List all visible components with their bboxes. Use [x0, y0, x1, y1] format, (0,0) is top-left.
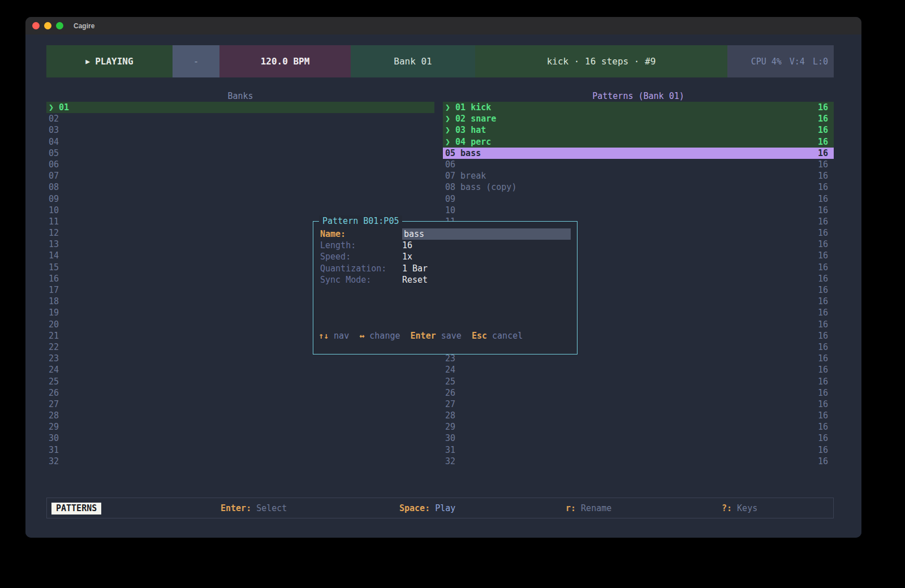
pattern-label: 32 — [445, 456, 818, 467]
dialog-field-value: 16 — [402, 240, 412, 251]
dialog-key-hints: ↑↓ nav ↔ change Enter save Esc cancel — [318, 330, 523, 341]
pattern-label: 07 break — [445, 170, 818, 181]
pattern-step-count: 16 — [818, 239, 834, 250]
bank-row[interactable]: 25 — [46, 376, 434, 387]
dialog-field-value: 1 Bar — [402, 263, 428, 274]
pattern-row[interactable]: 2916 — [443, 421, 834, 433]
hint-play: Space: Play — [399, 503, 455, 514]
bank-row[interactable]: 07 — [46, 170, 434, 181]
statusbar-hint-label: Select — [251, 503, 287, 513]
maximize-icon[interactable] — [56, 22, 63, 29]
pattern-row[interactable]: 3216 — [443, 456, 834, 467]
pattern-label: 09 — [445, 193, 818, 205]
bank-row[interactable]: 31 — [46, 444, 434, 456]
hint-select: Enter: Select — [221, 503, 287, 514]
dialog-field-row[interactable]: Length:16 — [313, 240, 577, 251]
pattern-row[interactable]: ❯ 04 perc16 — [443, 136, 834, 148]
pattern-row[interactable]: 2716 — [443, 399, 834, 410]
statusbar-hint-key: r: — [566, 503, 576, 513]
pattern-row[interactable]: 05 bass16 — [443, 148, 834, 159]
bank-row[interactable]: 04 — [46, 136, 434, 148]
pattern-step-count: 16 — [818, 284, 834, 296]
statusbar-hint-label: Keys — [732, 503, 757, 513]
pattern-row[interactable]: 2816 — [443, 410, 834, 421]
pattern-settings-dialog: Pattern B01:P05 Name:Length:16Speed:1xQu… — [313, 221, 578, 354]
bank-label: 27 — [49, 399, 434, 410]
dialog-field-row[interactable]: Sync Mode:Reset — [313, 274, 577, 286]
dialog-field-value: Reset — [402, 274, 428, 286]
bpm-display: 120.0 BPM — [219, 45, 351, 77]
dialog-field-row[interactable]: Name: — [313, 228, 577, 240]
bank-row[interactable]: 08 — [46, 181, 434, 193]
dialog-hint-key: Enter — [411, 330, 436, 341]
bank-label: 02 — [49, 113, 434, 124]
metronome-indicator: - — [173, 45, 219, 77]
bank-row[interactable]: 10 — [46, 205, 434, 216]
bank-row[interactable]: 29 — [46, 421, 434, 433]
pattern-row[interactable]: ❯ 03 hat16 — [443, 124, 834, 136]
dialog-fields: Name:Length:16Speed:1xQuantization:1 Bar… — [313, 228, 577, 286]
pattern-step-count: 16 — [818, 399, 834, 410]
pattern-row[interactable]: 08 bass (copy)16 — [443, 181, 834, 193]
bank-label: 06 — [49, 159, 434, 170]
app-window: Cagire ▶ PLAYING - 120.0 BPM Bank 01 kic… — [25, 17, 861, 538]
pattern-row[interactable]: ❯ 02 snare16 — [443, 113, 834, 124]
bank-row[interactable]: 23 — [46, 353, 434, 364]
status-bar: PATTERNS Enter: Select Space: Play r: Re… — [46, 498, 834, 518]
pattern-step-count: 16 — [818, 136, 834, 148]
dialog-field-label: Name: — [320, 228, 402, 240]
pattern-label: ❯ 02 snare — [445, 113, 818, 124]
bank-row[interactable]: 30 — [46, 433, 434, 444]
bank-label: 23 — [49, 353, 434, 364]
pattern-label: 31 — [445, 444, 818, 456]
bank-row[interactable]: 32 — [46, 456, 434, 467]
pattern-row[interactable]: 3116 — [443, 444, 834, 456]
bank-label: 25 — [49, 376, 434, 387]
pattern-step-count: 16 — [818, 319, 834, 330]
minimize-icon[interactable] — [44, 22, 51, 29]
bank-row[interactable]: ❯ 01 — [46, 102, 434, 113]
statusbar-hint-key: Space: — [399, 503, 430, 513]
pattern-row[interactable]: 0916 — [443, 193, 834, 205]
pattern-row[interactable]: 07 break16 — [443, 170, 834, 181]
bank-row[interactable]: 02 — [46, 113, 434, 124]
pattern-row[interactable]: 0616 — [443, 159, 834, 170]
pattern-row[interactable]: 3016 — [443, 433, 834, 444]
pattern-step-count: 16 — [818, 227, 834, 239]
pattern-name-input[interactable] — [402, 228, 571, 240]
bank-row[interactable]: 28 — [46, 410, 434, 421]
bank-row[interactable]: 24 — [46, 364, 434, 375]
banks-column-header: Banks — [46, 90, 434, 102]
bank-row[interactable]: 26 — [46, 387, 434, 399]
dialog-field-row[interactable]: Quantization:1 Bar — [313, 263, 577, 274]
pattern-row[interactable]: 2616 — [443, 387, 834, 399]
pattern-step-count: 16 — [818, 296, 834, 307]
dialog-hint-label: save — [436, 330, 472, 341]
dialog-field-label: Sync Mode: — [320, 274, 402, 286]
bank-label: 29 — [49, 421, 434, 433]
dialog-hint-key: ↔ — [359, 330, 364, 341]
window-titlebar[interactable]: Cagire — [25, 17, 861, 34]
pattern-step-count: 16 — [818, 216, 834, 227]
now-playing-display: kick · 16 steps · #9 — [475, 45, 727, 77]
bank-row[interactable]: 06 — [46, 159, 434, 170]
traffic-lights — [32, 22, 63, 29]
pattern-row[interactable]: 2416 — [443, 364, 834, 375]
bank-row[interactable]: 27 — [46, 399, 434, 410]
pattern-step-count: 16 — [818, 387, 834, 399]
bank-label: 30 — [49, 433, 434, 444]
close-icon[interactable] — [32, 22, 40, 29]
dialog-field-value: 1x — [402, 251, 412, 262]
pattern-row[interactable]: ❯ 01 kick16 — [443, 102, 834, 113]
pattern-row[interactable]: 1016 — [443, 205, 834, 216]
pattern-label: ❯ 04 perc — [445, 136, 818, 148]
dialog-field-row[interactable]: Speed:1x — [313, 251, 577, 262]
bank-label: 05 — [49, 148, 434, 159]
voices-stat: V:4 — [790, 57, 805, 67]
bank-row[interactable]: 09 — [46, 193, 434, 205]
dialog-hint-label: change — [364, 330, 410, 341]
pattern-row[interactable]: 2516 — [443, 376, 834, 387]
bank-row[interactable]: 05 — [46, 148, 434, 159]
pattern-row[interactable]: 2316 — [443, 353, 834, 364]
bank-row[interactable]: 03 — [46, 124, 434, 136]
